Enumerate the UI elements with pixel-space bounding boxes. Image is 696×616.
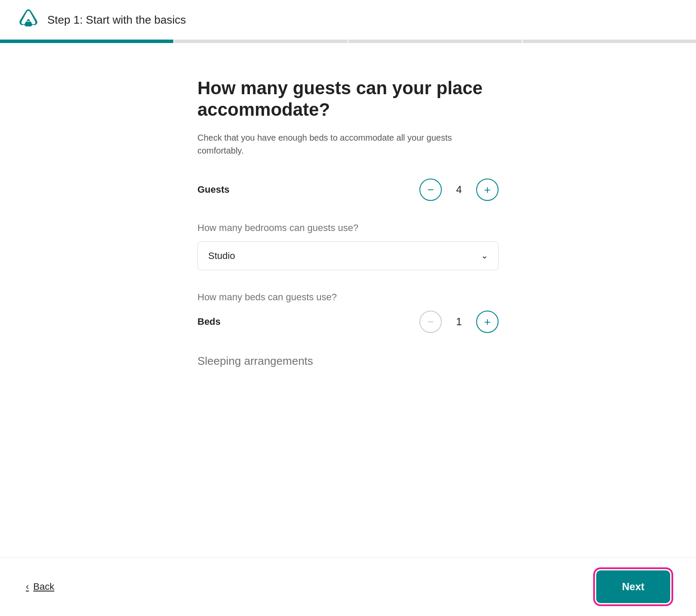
header: Step 1: Start with the basics [0, 0, 696, 40]
beds-increment-button[interactable]: + [476, 311, 499, 333]
guests-decrement-button[interactable]: − [419, 179, 442, 201]
beds-value: 1 [454, 316, 464, 328]
beds-decrement-button[interactable]: − [419, 311, 442, 333]
bedrooms-dropdown-wrapper: Studio 1 2 3 4 5 6 7 8+ ⌄ [197, 241, 499, 270]
airbnb-logo-icon [17, 9, 40, 31]
bedrooms-select[interactable]: Studio 1 2 3 4 5 6 7 8+ [197, 241, 499, 270]
sleeping-heading: Sleeping arrangements [197, 354, 499, 368]
main-heading: How many guests can your place accommoda… [197, 77, 499, 121]
next-button[interactable]: Next [596, 570, 670, 603]
guests-stepper-row: Guests − 4 + [197, 179, 499, 201]
header-title: Step 1: Start with the basics [47, 13, 186, 27]
guests-label: Guests [197, 184, 230, 195]
beds-section: How many beds can guests use? Beds − 1 + [197, 292, 499, 333]
progress-segment-3 [348, 40, 522, 43]
back-button[interactable]: ‹ Back [26, 581, 54, 592]
progress-bar [0, 40, 696, 43]
progress-segment-2 [174, 40, 348, 43]
bedrooms-question: How many bedrooms can guests use? [197, 222, 499, 234]
main-content: How many guests can your place accommoda… [0, 43, 696, 437]
beds-controls: − 1 + [419, 311, 499, 333]
sleeping-arrangements-section: Sleeping arrangements [197, 354, 499, 368]
back-chevron-icon: ‹ [26, 581, 29, 592]
bottom-nav: ‹ Back Next [0, 557, 696, 616]
beds-label: Beds [197, 316, 221, 327]
beds-stepper-row: Beds − 1 + [197, 311, 499, 333]
guests-controls: − 4 + [419, 179, 499, 201]
guests-increment-button[interactable]: + [476, 179, 499, 201]
progress-segment-4 [523, 40, 696, 43]
progress-segment-1 [0, 40, 173, 43]
beds-question: How many beds can guests use? [197, 292, 499, 303]
bedrooms-section: How many bedrooms can guests use? Studio… [197, 222, 499, 270]
form-container: How many guests can your place accommoda… [197, 77, 499, 368]
main-subtext: Check that you have enough beds to accom… [197, 131, 499, 157]
guests-value: 4 [454, 184, 464, 196]
back-label: Back [33, 581, 54, 592]
